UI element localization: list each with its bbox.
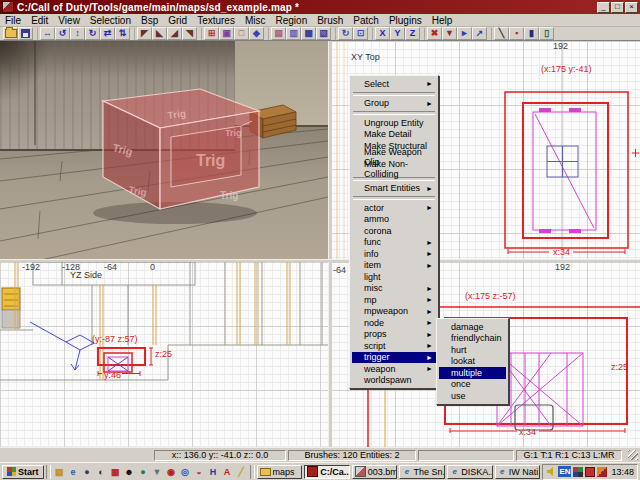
context-item-light[interactable]: light (352, 271, 436, 283)
context-item-func[interactable]: func► (352, 237, 436, 249)
cap-patch-icon[interactable]: ▧ (316, 27, 331, 40)
entity-color-icon[interactable]: ▪ (509, 27, 524, 40)
context-item-item[interactable]: item► (352, 260, 436, 272)
menu-plugins[interactable]: Plugins (384, 15, 427, 26)
select-inside-icon[interactable]: ◥ (182, 27, 197, 40)
texture-window-icon[interactable]: ▯ (539, 27, 554, 40)
rotate-x-icon[interactable]: ↺ (55, 27, 70, 40)
refresh-view-icon[interactable]: ↻ (338, 27, 353, 40)
wedge-icon[interactable]: ◆ (249, 27, 264, 40)
quicklaunch-ie-icon[interactable]: e (67, 465, 80, 478)
select-vertices-icon[interactable]: ▼ (442, 27, 457, 40)
language-indicator[interactable]: EN (558, 466, 571, 477)
taskbar-button-maps[interactable]: maps (257, 465, 303, 479)
taskbar-button-003-bm[interactable]: 003.bm... (352, 465, 398, 479)
quicklaunch-world-icon[interactable]: ◎ (179, 465, 192, 478)
quicklaunch-cd-icon[interactable]: ◒ (193, 465, 206, 478)
taskbar-button-iw-nati[interactable]: eIW Nati... (495, 465, 541, 479)
quicklaunch-h-icon[interactable]: H (207, 465, 220, 478)
yz-side-viewport[interactable]: -192-128-640YZ Side(y:-87 z:57)z:25y:46 (0, 262, 328, 447)
csg-subtract-icon[interactable]: ⊞ (204, 27, 219, 40)
context-item-use[interactable]: use (439, 390, 506, 402)
csg-merge-icon[interactable]: ▣ (219, 27, 234, 40)
menu-file[interactable]: File (0, 15, 26, 26)
context-item-once[interactable]: once (439, 379, 506, 391)
select-edges-icon[interactable]: ► (457, 27, 472, 40)
select-touching-icon[interactable]: ◣ (152, 27, 167, 40)
context-item-mpweapon[interactable]: mpweapon► (352, 306, 436, 318)
select-partial-tall-icon[interactable]: ◢ (167, 27, 182, 40)
flip-z-icon[interactable]: ⇄ (100, 27, 115, 40)
menu-misc[interactable]: Misc (240, 15, 271, 26)
menu-region[interactable]: Region (271, 15, 313, 26)
clipper-icon[interactable]: ✖ (427, 27, 442, 40)
taskbar-button-c-ca[interactable]: C:/Ca... (304, 465, 350, 479)
open-file-icon[interactable] (3, 27, 18, 40)
quicklaunch-media-icon[interactable]: ◐ (95, 465, 108, 478)
hollow-icon[interactable]: □ (234, 27, 249, 40)
menu-brush[interactable]: Brush (312, 15, 348, 26)
x-axis-icon[interactable]: X (375, 27, 390, 40)
save-file-icon[interactable] (18, 27, 33, 40)
quicklaunch-shield-icon[interactable]: ▼ (151, 465, 164, 478)
menu-selection[interactable]: Selection (85, 15, 136, 26)
tray-display-icon[interactable] (573, 467, 583, 477)
quicklaunch-pencil-icon[interactable]: ╱ (235, 465, 248, 478)
patch-tool-icon[interactable]: ▦ (301, 27, 316, 40)
context-item-info[interactable]: info► (352, 248, 436, 260)
context-item-trigger[interactable]: trigger► (352, 352, 436, 364)
context-item-weapon[interactable]: weapon► (352, 363, 436, 375)
menu-grid[interactable]: Grid (163, 15, 192, 26)
flip-y-icon[interactable]: ↕ (70, 27, 85, 40)
context-item-ammo[interactable]: ammo (352, 214, 436, 226)
context-item-select[interactable]: Select► (352, 78, 436, 90)
quicklaunch-globe-icon[interactable]: ● (137, 465, 150, 478)
context-item-group[interactable]: Group► (352, 98, 436, 110)
tray-app-icon[interactable] (585, 467, 595, 477)
quicklaunch-app-icon[interactable]: ● (81, 465, 94, 478)
quicklaunch-ball-icon[interactable]: ◉ (165, 465, 178, 478)
quicklaunch-game-icon[interactable]: ▩ (109, 465, 122, 478)
splitter-horizontal[interactable] (0, 259, 640, 262)
context-item-script[interactable]: script► (352, 340, 436, 352)
rotate-y-icon[interactable]: ↻ (85, 27, 100, 40)
menu-patch[interactable]: Patch (348, 15, 384, 26)
context-item-make-detail[interactable]: Make Detail (352, 129, 436, 141)
menu-view[interactable]: View (53, 15, 85, 26)
start-button[interactable]: Start (2, 465, 44, 479)
camera-move-icon[interactable]: ↗ (472, 27, 487, 40)
context-item-damage[interactable]: damage (439, 321, 506, 333)
quicklaunch-winamp-icon[interactable]: ☻ (123, 465, 136, 478)
quicklaunch-folder-icon[interactable]: ▤ (53, 465, 66, 478)
menu-edit[interactable]: Edit (26, 15, 53, 26)
context-item-make-non-colliding[interactable]: Make Non-Colliding (352, 163, 436, 175)
context-item-friendlychain[interactable]: friendlychain (439, 333, 506, 345)
context-item-corona[interactable]: corona (352, 225, 436, 237)
tray-scheduler-icon[interactable] (597, 467, 607, 477)
context-item-misc[interactable]: misc► (352, 283, 436, 295)
taskbar-button-the-sn[interactable]: eThe Sn... (399, 465, 445, 479)
minimize-button[interactable]: _ (597, 2, 610, 13)
texture-lock-icon[interactable]: ▥ (286, 27, 301, 40)
resize-grip[interactable] (628, 450, 638, 460)
taskbar-button-diska[interactable]: eDISKA... (447, 465, 493, 479)
context-item-node[interactable]: node► (352, 317, 436, 329)
cubic-clip-icon[interactable]: ⊡ (353, 27, 368, 40)
flip-x-icon[interactable]: ↔ (40, 27, 55, 40)
y-axis-icon[interactable]: Y (390, 27, 405, 40)
menu-help[interactable]: Help (427, 15, 458, 26)
title-bar[interactable]: C:/Call of Duty/Tools/game/main/maps/sd_… (0, 0, 640, 14)
context-item-multiple[interactable]: multiple (439, 367, 506, 379)
context-item-props[interactable]: props► (352, 329, 436, 341)
menu-textures[interactable]: Textures (192, 15, 240, 26)
context-item-worldspawn[interactable]: worldspawn (352, 375, 436, 387)
rotate-z-icon[interactable]: ⇅ (115, 27, 130, 40)
angle-line-icon[interactable]: ╲ (494, 27, 509, 40)
context-item-hurt[interactable]: hurt (439, 344, 506, 356)
select-complete-tall-icon[interactable]: ◤ (137, 27, 152, 40)
menu-bsp[interactable]: Bsp (136, 15, 163, 26)
maximize-button[interactable]: □ (611, 2, 624, 13)
close-button[interactable]: × (625, 2, 638, 13)
volume-icon[interactable] (546, 467, 556, 476)
texture-view-icon[interactable]: ▤ (271, 27, 286, 40)
